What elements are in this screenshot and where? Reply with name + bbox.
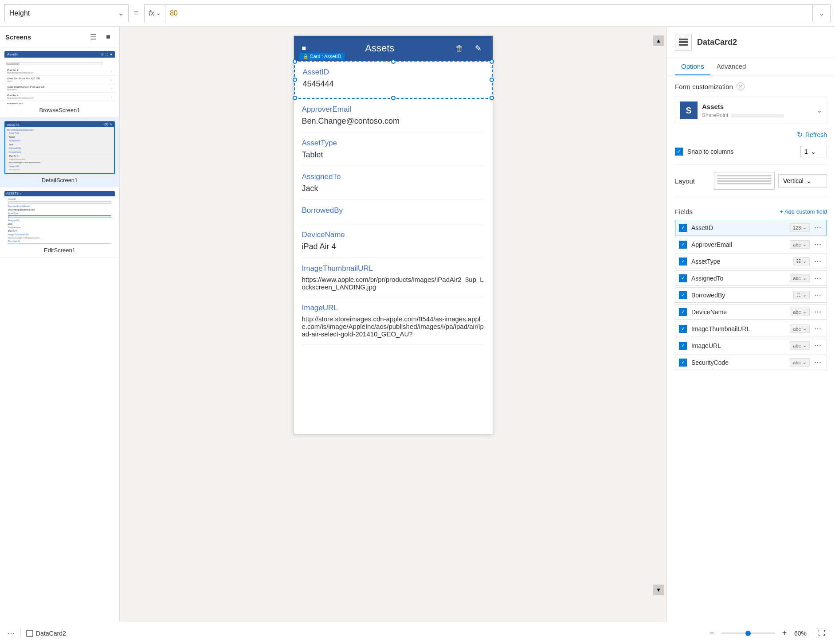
field-row-approveremail[interactable]: ✓ ApproverEmail abc ⌄ ⋯ (675, 237, 827, 252)
tab-options[interactable]: Options (675, 58, 710, 75)
field-row-assetid[interactable]: ✓ AssetID 123 ⌄ ⋯ (675, 220, 827, 235)
help-icon[interactable]: ? (737, 82, 745, 90)
delete-icon[interactable]: 🗑 (453, 42, 466, 55)
field-check-assettype[interactable]: ✓ (679, 258, 687, 265)
field-check-devicename[interactable]: ✓ (679, 308, 687, 316)
field-type-securitycode[interactable]: abc ⌄ (790, 358, 810, 367)
field-type-label-assetid: 123 (793, 225, 801, 230)
field-check-approveremail[interactable]: ✓ (679, 241, 687, 249)
field-more-approveremail[interactable]: ⋯ (812, 240, 823, 249)
field-type-imagethumbnailurl[interactable]: abc ⌄ (790, 324, 810, 333)
field-more-imagethumbnailurl[interactable]: ⋯ (812, 324, 823, 333)
field-more-devicename[interactable]: ⋯ (812, 308, 823, 316)
refresh-button[interactable]: ↻ Refresh (675, 130, 827, 139)
resize-handle-bl[interactable] (293, 96, 297, 100)
resize-handle-ml[interactable] (293, 78, 297, 82)
tab-advanced[interactable]: Advanced (710, 58, 753, 75)
field-type-approveremail[interactable]: abc ⌄ (790, 240, 810, 249)
screens-header: Screens ☰ ■ (0, 27, 119, 47)
screen-item-edit[interactable]: ASSETS ✓ AssetID ApproverEmail (Email) B… (0, 187, 119, 258)
field-more-assignedto[interactable]: ⋯ (812, 274, 823, 282)
field-check-imagethumbnailurl[interactable]: ✓ (679, 325, 687, 333)
resize-handle-br[interactable] (490, 96, 494, 100)
status-bar: ⋯ DataCard2 − + 60% ⛶ (0, 622, 835, 644)
zoom-in-btn[interactable]: + (778, 627, 791, 640)
datasource-block[interactable]: S Assets SharePoint ⌄ (675, 97, 827, 124)
svg-rect-1 (679, 41, 688, 43)
field-row-borrowedby[interactable]: ✓ BorrowedBy ☷ ⌄ ⋯ (675, 287, 827, 303)
field-type-label-borrowedby: ☷ (796, 292, 801, 298)
field-type-chevron-imagethumbnailurl: ⌄ (803, 326, 807, 332)
fx-button[interactable]: fx ⌄ (144, 4, 165, 22)
fullscreen-btn[interactable]: ⛶ (815, 627, 828, 640)
assetid-value: 4545444 (303, 79, 484, 89)
selected-card[interactable]: 🔒 Card : AssetID AssetID 4545444 (294, 61, 493, 99)
layout-value-select[interactable]: Vertical ⌄ (778, 174, 827, 187)
field-check-assetid[interactable]: ✓ (679, 224, 687, 232)
field-more-borrowedby[interactable]: ⋯ (812, 291, 823, 299)
field-type-label-imagethumbnailurl: abc (793, 326, 801, 332)
assignedto-value: Jack (302, 184, 485, 193)
zoom-slider[interactable] (721, 632, 775, 634)
field-check-borrowedby[interactable]: ✓ (679, 291, 687, 299)
resize-handle-mr[interactable] (490, 78, 494, 82)
field-row-imagethumbnailurl[interactable]: ✓ ImageThumbnailURL abc ⌄ ⋯ (675, 321, 827, 336)
field-type-assignedto[interactable]: abc ⌄ (790, 274, 810, 282)
field-more-assettype[interactable]: ⋯ (812, 257, 823, 265)
main-layout: Screens ☰ ■ Assets ☌☷● iPad Air 2ben.cha… (0, 27, 835, 622)
snap-value: 1 (804, 148, 808, 155)
formula-input[interactable] (165, 4, 813, 22)
assettype-label: AssetType (302, 139, 485, 148)
screens-list-icon[interactable]: ☰ (87, 31, 99, 43)
field-type-assettype[interactable]: ☷ ⌄ (793, 257, 810, 265)
screen-item-browse[interactable]: Assets ☌☷● iPad Air 2ben.change@contoso.… (0, 47, 119, 117)
field-check-assignedto[interactable]: ✓ (679, 274, 687, 282)
zoom-slider-thumb[interactable] (745, 631, 751, 636)
zoom-out-btn[interactable]: − (706, 627, 718, 640)
screen-item-detail[interactable]: ASSETS ⌫✎ Ben.change@contoso.com AssetTy… (0, 117, 119, 187)
resize-handle-tr[interactable] (490, 59, 494, 64)
form-customization-label: Form customization (675, 83, 733, 90)
status-more-btn[interactable]: ⋯ (7, 628, 15, 638)
resize-handle-bm[interactable] (391, 96, 396, 100)
fields-title: Fields (675, 208, 693, 215)
layout-option-icon (714, 172, 775, 190)
snap-label: Snap to columns (687, 148, 796, 155)
field-more-assetid[interactable]: ⋯ (812, 223, 823, 232)
field-type-chevron-borrowedby: ⌄ (803, 292, 807, 298)
formula-expand-icon[interactable]: ⌄ (813, 4, 831, 22)
field-check-securitycode[interactable]: ✓ (679, 359, 687, 367)
canvas-scroll-up-btn[interactable]: ▲ (653, 35, 664, 46)
field-type-imageurl[interactable]: abc ⌄ (790, 341, 810, 350)
property-selector[interactable]: Height ⌄ (4, 4, 129, 22)
field-row-assettype[interactable]: ✓ AssetType ☷ ⌄ ⋯ (675, 254, 827, 269)
approveremail-value: Ben.Change@contoso.com (302, 117, 485, 126)
field-type-borrowedby[interactable]: ☷ ⌄ (793, 291, 810, 299)
snap-value-select[interactable]: 1 ⌄ (800, 146, 827, 157)
field-row-securitycode[interactable]: ✓ SecurityCode abc ⌄ ⋯ (675, 355, 827, 370)
imageurl-value: http://store.storeimages.cdn-apple.com/8… (302, 315, 485, 338)
fx-label: fx (149, 9, 154, 17)
canvas-scroll-down-btn[interactable]: ▼ (653, 585, 664, 595)
resize-handle-tm[interactable] (391, 59, 396, 64)
layout-chevron-icon: ⌄ (806, 177, 811, 184)
form-field-assignedto: AssignedTo Jack (302, 166, 485, 200)
edit-thumbnail: ASSETS ✓ AssetID ApproverEmail (Email) B… (4, 191, 115, 244)
form-field-imageurl: ImageURL http://store.storeimages.cdn-ap… (302, 297, 485, 344)
add-field-button[interactable]: + Add custom field (780, 208, 827, 215)
field-check-imageurl[interactable]: ✓ (679, 342, 687, 350)
screens-grid-icon[interactable]: ■ (102, 31, 114, 43)
field-row-assignedto[interactable]: ✓ AssignedTo abc ⌄ ⋯ (675, 270, 827, 286)
field-row-devicename[interactable]: ✓ DeviceName abc ⌄ ⋯ (675, 304, 827, 320)
field-type-assetid[interactable]: 123 ⌄ (790, 223, 810, 232)
snap-checkbox[interactable]: ✓ (675, 148, 683, 156)
resize-handle-tl[interactable] (293, 59, 297, 64)
field-type-label-assignedto: abc (793, 276, 801, 281)
field-type-chevron-assettype: ⌄ (803, 258, 807, 264)
field-more-securitycode[interactable]: ⋯ (812, 358, 823, 367)
field-row-imageurl[interactable]: ✓ ImageURL abc ⌄ ⋯ (675, 338, 827, 353)
field-type-devicename[interactable]: abc ⌄ (790, 308, 810, 316)
add-field-label: + Add custom field (780, 208, 827, 215)
field-more-imageurl[interactable]: ⋯ (812, 341, 823, 350)
edit-icon[interactable]: ✎ (472, 42, 484, 55)
